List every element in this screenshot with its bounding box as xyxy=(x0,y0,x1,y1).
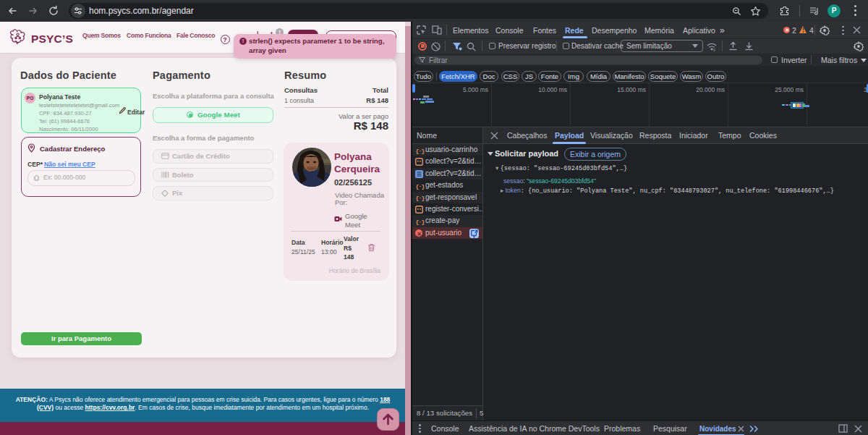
svg-text:0: 0 xyxy=(713,48,715,52)
